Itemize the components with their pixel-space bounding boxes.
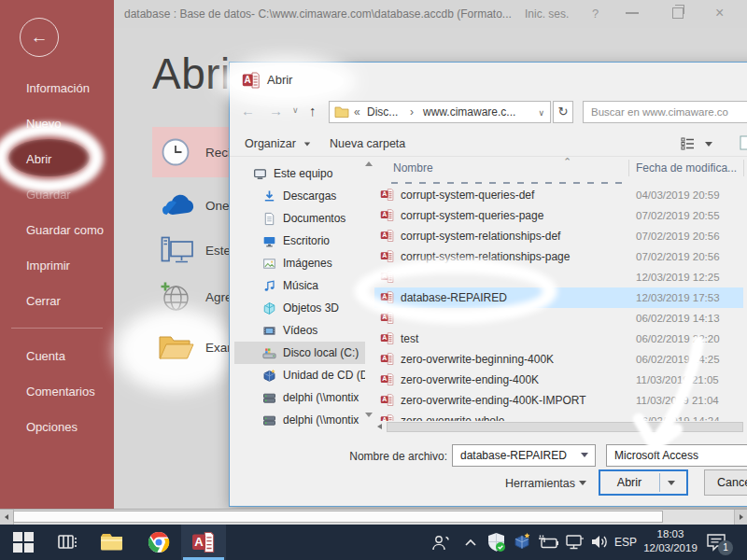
tree-item-delphi-montix[interactable]: delphi (\\montix — [234, 409, 365, 431]
file-explorer-icon[interactable] — [99, 531, 124, 553]
column-name[interactable]: Nombre — [393, 158, 433, 178]
scrollbar-thumb[interactable] — [387, 422, 743, 432]
show-hidden-icons-chevron[interactable] — [464, 536, 477, 547]
tree-item-m-sica[interactable]: Música — [234, 274, 365, 297]
filename-combobox[interactable]: database-REPAIRED — [452, 444, 596, 467]
chrome-icon[interactable] — [148, 531, 170, 553]
tree-item-descargas[interactable]: Descargas — [234, 185, 365, 207]
column-date[interactable]: Fecha de modifica... — [636, 158, 737, 178]
scrollbar-thumb[interactable] — [13, 511, 663, 523]
nav-history-chevron-icon[interactable]: ∨ — [292, 105, 299, 115]
column-separator[interactable] — [743, 160, 744, 176]
minimize-icon[interactable] — [626, 12, 639, 14]
file-row-zero-overwrite-ending-400k-import[interactable]: Azero-overwrite-ending-400K-IMPORT11/03/… — [374, 390, 743, 411]
open-button-label: Abrir — [600, 471, 658, 494]
nav-forward-icon[interactable]: → — [269, 103, 283, 119]
scroll-up-icon[interactable] — [365, 161, 373, 166]
people-icon[interactable] — [431, 533, 451, 553]
access-taskbar-button[interactable]: A — [181, 525, 226, 560]
start-button[interactable] — [13, 531, 35, 553]
filetype-combobox[interactable]: Microsoft Access — [606, 444, 747, 467]
filename-value: database-REPAIRED — [460, 445, 567, 466]
preview-pane-icon[interactable] — [740, 135, 747, 154]
volume-icon[interactable] — [590, 533, 609, 551]
file-row-zero-overwrite-ending-400k[interactable]: Azero-overwrite-ending-400K11/03/2019 21… — [374, 370, 743, 390]
sidebar-item-guardar[interactable]: Guardar — [26, 186, 71, 204]
security-shield-icon[interactable] — [486, 532, 506, 553]
tree-item-label: Objetos 3D — [283, 301, 339, 315]
folder-tree: Este equipoDescargasDocumentosEscritorio… — [234, 158, 365, 425]
sidebar-item-nuevo[interactable]: Nuevo — [26, 115, 62, 133]
breadcrumb-folder[interactable]: www.cimaware.c... — [423, 102, 515, 122]
new-folder-button[interactable]: Nueva carpeta — [330, 135, 405, 152]
backstage-horizontal-scrollbar[interactable] — [0, 509, 747, 525]
file-row-corrupt-system-relationships-page[interactable]: Acorrupt-system-relationships-page07/02/… — [374, 246, 743, 267]
back-button[interactable]: ← — [20, 18, 59, 57]
organize-menu[interactable]: Organizar — [245, 135, 296, 152]
sidebar-item-imprimir[interactable]: Imprimir — [26, 257, 70, 275]
sidebar-item-cuenta[interactable]: Cuenta — [26, 347, 65, 366]
tree-item-documentos[interactable]: Documentos — [234, 207, 365, 230]
restore-icon[interactable] — [672, 7, 684, 19]
tree-item-unidad-de-cd-d[interactable]: Unidad de CD (D — [234, 364, 365, 386]
file-row-test[interactable]: Atest06/02/2019 22:20 — [374, 329, 743, 349]
virtualbox-tray-icon[interactable] — [513, 532, 532, 552]
network-icon[interactable] — [564, 533, 585, 551]
nav-back-icon[interactable]: ← — [241, 103, 255, 119]
tree-item-label: Descargas — [283, 189, 336, 203]
scroll-left-button[interactable] — [0, 510, 14, 525]
sidebar-item-abrir[interactable]: Abrir — [26, 150, 51, 169]
tree-scrollbar[interactable] — [364, 158, 374, 421]
file-row-corrupt-system-queries-page[interactable]: Acorrupt-system-queries-page07/02/2019 2… — [374, 205, 743, 226]
list-horizontal-scrollbar[interactable] — [374, 421, 747, 433]
combo-chevron-icon[interactable] — [581, 453, 588, 457]
sidebar-item-comentarios[interactable]: Comentarios — [26, 383, 95, 401]
sign-in-button[interactable]: Inic. ses. — [525, 7, 569, 21]
file-row-obscured[interactable]: A12/03/2019 12:25 — [374, 267, 743, 287]
language-indicator[interactable]: ESP — [614, 536, 637, 549]
tools-menu[interactable]: Herramientas — [505, 474, 575, 493]
scroll-right-button[interactable] — [734, 510, 747, 525]
sidebar-item-informaci-n[interactable]: Información — [26, 79, 90, 98]
search-box[interactable]: Buscar en www.cimaware.co — [583, 101, 747, 123]
file-row-zero-overwrite-beginning-400k[interactable]: Azero-overwrite-beginning-400K06/02/2019… — [374, 349, 743, 370]
tree-item-disco-local-c[interactable]: Disco local (C:) — [234, 342, 365, 364]
open-button[interactable]: Abrir — [599, 469, 688, 496]
close-icon[interactable]: × — [715, 5, 724, 21]
taskbar-clock[interactable]: 18:03 12/03/2019 — [641, 527, 700, 555]
battery-icon[interactable] — [537, 534, 559, 550]
tree-item-v-deos[interactable]: Vídeos — [234, 319, 365, 342]
sidebar-item-cerrar[interactable]: Cerrar — [26, 292, 61, 311]
file-row-obscured[interactable]: A06/02/2019 14:13 — [374, 308, 743, 329]
open-split-chevron-icon[interactable] — [668, 481, 675, 485]
scroll-down-icon[interactable] — [365, 413, 373, 417]
computer-icon — [253, 167, 267, 181]
sidebar-item-guardar-como[interactable]: Guardar como — [26, 221, 104, 240]
pictures-icon — [262, 257, 276, 271]
svg-text:A: A — [382, 273, 387, 279]
tree-item-delphi-montix[interactable]: delphi (\\montix — [234, 386, 365, 409]
file-row-database-repaired[interactable]: Adatabase-REPAIRED12/03/2019 17:53 — [374, 287, 743, 308]
tree-item-este-equipo[interactable]: Este equipo — [234, 162, 365, 185]
tree-item-objetos-3d[interactable]: Objetos 3D — [234, 297, 365, 319]
column-separator[interactable] — [628, 160, 629, 176]
view-chevron-icon[interactable] — [705, 142, 712, 147]
address-chevron-icon[interactable]: ∨ — [538, 108, 544, 118]
cancel-button[interactable]: Cancelar — [704, 469, 747, 496]
nav-up-icon[interactable]: ↑ — [309, 103, 317, 119]
help-button[interactable]: ? — [592, 7, 599, 21]
tree-item-escritorio[interactable]: Escritorio — [234, 230, 365, 252]
file-date: 12/03/2019 17:53 — [636, 287, 720, 308]
windows-logo-icon — [13, 532, 35, 553]
sidebar-item-opciones[interactable]: Opciones — [26, 418, 78, 437]
file-row-corrupt-system-relationships-def[interactable]: Acorrupt-system-relationships-def07/02/2… — [374, 226, 743, 246]
task-view-icon[interactable] — [56, 531, 78, 553]
tree-item-im-genes[interactable]: Imágenes — [234, 252, 365, 274]
view-list-icon[interactable] — [681, 137, 696, 154]
file-row-corrupt-system-queries-def[interactable]: Acorrupt-system-queries-def04/03/2019 20… — [374, 185, 743, 205]
crumb-prefix: « — [354, 102, 360, 122]
scroll-left-icon[interactable] — [377, 424, 382, 429]
breadcrumb-disc[interactable]: Disc... — [367, 102, 398, 122]
address-bar[interactable]: « Disc... › www.cimaware.c... ∨ — [329, 101, 551, 123]
refresh-icon[interactable]: ↻ — [553, 101, 573, 123]
